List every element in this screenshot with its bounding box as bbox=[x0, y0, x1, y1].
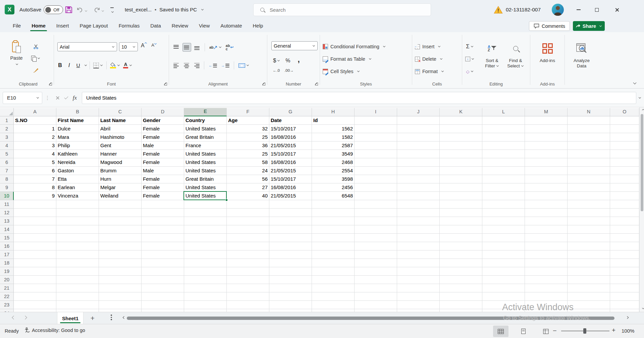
zoom-out-button[interactable]: − bbox=[553, 327, 557, 335]
cell-O18[interactable] bbox=[610, 259, 639, 267]
align-left-button[interactable] bbox=[172, 61, 180, 70]
addins-button[interactable]: Add-ins bbox=[536, 41, 558, 63]
cell-F18[interactable] bbox=[227, 259, 269, 267]
cell-K20[interactable] bbox=[440, 276, 482, 284]
font-family-select[interactable]: Arial bbox=[57, 42, 117, 51]
cell-K19[interactable] bbox=[440, 267, 482, 276]
cell-F8[interactable]: 56 bbox=[227, 175, 269, 183]
tab-formulas[interactable]: Formulas bbox=[113, 19, 145, 32]
cell-D7[interactable]: Male bbox=[142, 167, 184, 175]
fill-handle[interactable] bbox=[225, 199, 228, 201]
percent-format-button[interactable]: % bbox=[284, 56, 292, 65]
cell-B1[interactable]: First Name bbox=[56, 116, 99, 125]
cell-J18[interactable] bbox=[397, 259, 440, 267]
cell-H14[interactable] bbox=[312, 225, 355, 234]
font-color-button[interactable]: A bbox=[122, 61, 133, 70]
cell-G23[interactable] bbox=[269, 301, 312, 309]
cell-K1[interactable] bbox=[440, 116, 482, 125]
cell-B21[interactable] bbox=[56, 284, 99, 292]
cell-M18[interactable] bbox=[525, 259, 568, 267]
cell-B23[interactable] bbox=[56, 301, 99, 309]
cells-format[interactable]: Format bbox=[415, 67, 444, 76]
cell-D19[interactable] bbox=[142, 267, 184, 276]
cell-E22[interactable] bbox=[184, 292, 227, 301]
cell-O24[interactable] bbox=[610, 309, 639, 312]
cell-O8[interactable] bbox=[610, 175, 639, 183]
cell-L19[interactable] bbox=[482, 267, 525, 276]
cell-J23[interactable] bbox=[397, 301, 440, 309]
col-header-F[interactable]: F bbox=[227, 108, 269, 116]
row-header-13[interactable]: 13 bbox=[0, 217, 14, 225]
cell-M1[interactable] bbox=[525, 116, 568, 125]
cell-E9[interactable]: United States bbox=[184, 183, 227, 192]
cell-N23[interactable] bbox=[568, 301, 610, 309]
col-header-I[interactable]: I bbox=[355, 108, 397, 116]
cell-B10[interactable]: Vincenza bbox=[56, 192, 99, 200]
cell-N21[interactable] bbox=[568, 284, 610, 292]
cell-K4[interactable] bbox=[440, 142, 482, 150]
scroll-up-icon[interactable] bbox=[642, 109, 644, 111]
cell-I15[interactable] bbox=[355, 234, 397, 242]
cell-L5[interactable] bbox=[482, 150, 525, 158]
cell-K21[interactable] bbox=[440, 284, 482, 292]
scroll-down-icon[interactable] bbox=[642, 307, 644, 309]
cell-C9[interactable]: Melgar bbox=[99, 183, 142, 192]
cell-E10[interactable]: United States bbox=[184, 192, 227, 200]
cell-E20[interactable] bbox=[184, 276, 227, 284]
cell-F22[interactable] bbox=[227, 292, 269, 301]
cell-D1[interactable]: Gender bbox=[142, 116, 184, 125]
cell-B9[interactable]: Earlean bbox=[56, 183, 99, 192]
cell-D24[interactable] bbox=[142, 309, 184, 312]
vertical-scroll-thumb[interactable] bbox=[641, 114, 643, 211]
cut-button[interactable] bbox=[30, 42, 41, 51]
restore-button[interactable] bbox=[589, 0, 604, 19]
cell-G22[interactable] bbox=[269, 292, 312, 301]
cell-A5[interactable]: 4 bbox=[14, 150, 56, 158]
cell-D3[interactable]: Female bbox=[142, 133, 184, 142]
cell-F2[interactable]: 32 bbox=[227, 125, 269, 133]
cell-M19[interactable] bbox=[525, 267, 568, 276]
cell-F12[interactable] bbox=[227, 209, 269, 217]
cell-N11[interactable] bbox=[568, 200, 610, 209]
cell-E1[interactable]: Country bbox=[184, 116, 227, 125]
cell-F21[interactable] bbox=[227, 284, 269, 292]
clear-button[interactable]: ◇ bbox=[464, 67, 475, 76]
col-header-H[interactable]: H bbox=[312, 108, 355, 116]
cell-A24[interactable] bbox=[14, 309, 56, 312]
cell-K18[interactable] bbox=[440, 259, 482, 267]
cell-O4[interactable] bbox=[610, 142, 639, 150]
cell-B8[interactable]: Etta bbox=[56, 175, 99, 183]
cell-N16[interactable] bbox=[568, 242, 610, 250]
cell-A18[interactable] bbox=[14, 259, 56, 267]
cell-L7[interactable] bbox=[482, 167, 525, 175]
cell-G8[interactable]: 15/10/2017 bbox=[269, 175, 312, 183]
cell-L4[interactable] bbox=[482, 142, 525, 150]
row-header-14[interactable]: 14 bbox=[0, 225, 14, 234]
cell-C17[interactable] bbox=[99, 250, 142, 259]
col-header-C[interactable]: C bbox=[99, 108, 142, 116]
cell-I9[interactable] bbox=[355, 183, 397, 192]
cell-C3[interactable]: Hashimoto bbox=[99, 133, 142, 142]
cell-B24[interactable] bbox=[56, 309, 99, 312]
cell-N17[interactable] bbox=[568, 250, 610, 259]
cell-I22[interactable] bbox=[355, 292, 397, 301]
cell-G18[interactable] bbox=[269, 259, 312, 267]
page-break-view-button[interactable] bbox=[538, 326, 553, 337]
cell-M8[interactable] bbox=[525, 175, 568, 183]
cell-K12[interactable] bbox=[440, 209, 482, 217]
cell-H7[interactable]: 2554 bbox=[312, 167, 355, 175]
cell-H23[interactable] bbox=[312, 301, 355, 309]
cell-H3[interactable]: 1582 bbox=[312, 133, 355, 142]
cell-N24[interactable] bbox=[568, 309, 610, 312]
cell-H10[interactable]: 6548 bbox=[312, 192, 355, 200]
sheet-options-icon[interactable] bbox=[111, 315, 112, 320]
cell-H20[interactable] bbox=[312, 276, 355, 284]
row-header-23[interactable]: 23 bbox=[0, 301, 14, 309]
tab-review[interactable]: Review bbox=[166, 19, 194, 32]
cell-D18[interactable] bbox=[142, 259, 184, 267]
sheet-tab-sheet1[interactable]: Sheet1 bbox=[57, 312, 84, 324]
col-header-O[interactable]: O bbox=[610, 108, 639, 116]
align-center-button[interactable] bbox=[182, 61, 191, 70]
warning-icon[interactable] bbox=[494, 6, 503, 15]
cell-J15[interactable] bbox=[397, 234, 440, 242]
